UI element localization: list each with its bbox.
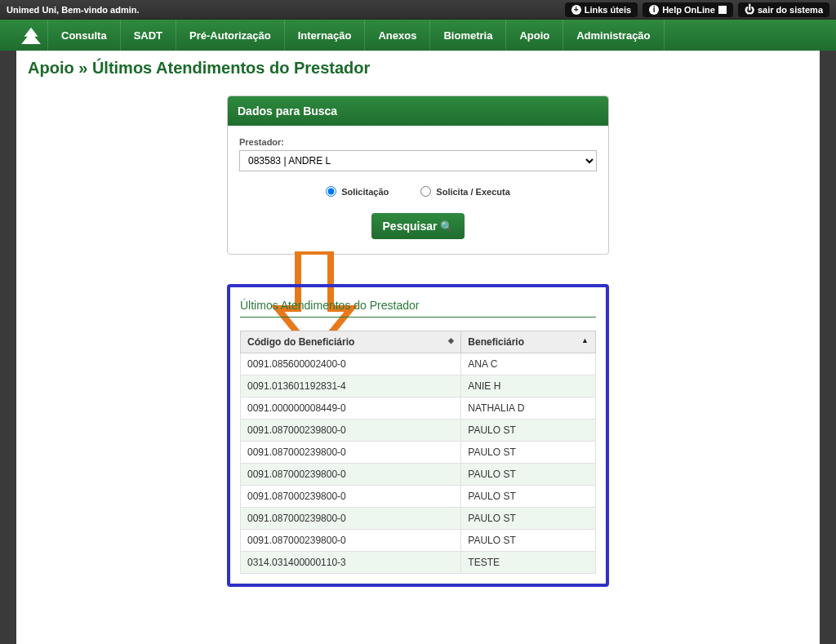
cell-beneficiario: PAULO ST (461, 530, 596, 552)
cell-beneficiario: PAULO ST (461, 442, 596, 464)
cell-codigo: 0091.087000239800-0 (241, 508, 461, 530)
cell-beneficiario: ANIE H (461, 375, 596, 398)
page-content: Apoio » Últimos Atendimentos do Prestado… (16, 51, 820, 644)
prestador-select[interactable]: 083583 | ANDRE L (239, 150, 597, 171)
cell-codigo: 0091.013601192831-4 (241, 375, 461, 398)
breadcrumb: Apoio » Últimos Atendimentos do Prestado… (16, 51, 820, 84)
col-header-codigo[interactable]: Código do Beneficiário ◆ (241, 331, 461, 353)
nav-item-biometria[interactable]: Biometria (429, 20, 505, 51)
info-icon: i (649, 5, 659, 15)
cell-beneficiario: TESTE (461, 552, 596, 574)
cell-beneficiario: PAULO ST (461, 486, 596, 508)
square-icon (718, 6, 727, 14)
cell-codigo: 0091.087000239800-0 (241, 486, 461, 508)
radio-group: Solicitação Solicita / Executa (239, 186, 597, 198)
nav-item-anexos[interactable]: Anexos (364, 20, 429, 51)
logo-icon (15, 20, 47, 51)
radio-solicitacao[interactable]: Solicitação (326, 186, 389, 197)
radio-solicita-executa-input[interactable] (420, 186, 431, 197)
cell-beneficiario: NATHALIA D (461, 398, 596, 420)
cell-codigo: 0091.000000008449-0 (241, 398, 461, 420)
col-header-beneficiario[interactable]: Beneficiário ▲ (461, 331, 596, 353)
cell-codigo: 0091.087000239800-0 (241, 420, 461, 442)
main-nav: Consulta SADT Pré-Autorização Internação… (0, 20, 836, 51)
nav-item-consulta[interactable]: Consulta (47, 20, 120, 51)
cell-beneficiario: PAULO ST (461, 420, 596, 442)
table-row[interactable]: 0091.000000008449-0NATHALIA D (241, 398, 596, 420)
sair-button[interactable]: ⏻ sair do sistema (738, 2, 829, 17)
nav-item-pre-autorizacao[interactable]: Pré-Autorização (176, 20, 284, 51)
power-icon: ⏻ (745, 4, 754, 16)
table-row[interactable]: 0091.013601192831-4ANIE H (241, 375, 596, 398)
nav-item-internacao[interactable]: Internação (284, 20, 365, 51)
table-row[interactable]: 0091.087000239800-0PAULO ST (241, 420, 596, 442)
table-row[interactable]: 0091.087000239800-0PAULO ST (241, 442, 596, 464)
links-uteis-label: Links úteis (585, 5, 631, 15)
nav-item-apoio[interactable]: Apoio (505, 20, 563, 51)
results-panel: Últimos Atendimentos do Prestador Código… (227, 284, 609, 587)
help-online-button[interactable]: i Help OnLine (643, 2, 733, 17)
nav-item-sadt[interactable]: SADT (120, 20, 176, 51)
welcome-text: Unimed Uni, Bem-vindo admin. (7, 5, 140, 15)
pesquisar-button[interactable]: Pesquisar🔍 (371, 213, 465, 239)
cell-codigo: 0091.087000239800-0 (241, 530, 461, 552)
radio-solicitacao-input[interactable] (326, 186, 336, 197)
table-row[interactable]: 0091.085600002400-0ANA C (241, 353, 596, 375)
search-panel-header: Dados para Busca (228, 96, 608, 126)
radio-solicita-executa[interactable]: Solicita / Executa (420, 186, 509, 197)
links-uteis-button[interactable]: + Links úteis (565, 2, 638, 17)
cell-codigo: 0314.031400000110-3 (241, 552, 461, 574)
table-row[interactable]: 0091.087000239800-0PAULO ST (241, 530, 596, 552)
help-online-label: Help OnLine (662, 5, 715, 15)
sair-label: sair do sistema (758, 5, 823, 15)
results-table: Código do Beneficiário ◆ Beneficiário ▲ … (240, 331, 596, 574)
search-icon: 🔍 (440, 220, 453, 233)
cell-beneficiario: ANA C (461, 353, 596, 375)
plus-icon: + (571, 5, 581, 15)
cell-codigo: 0091.085600002400-0 (241, 353, 461, 375)
nav-item-administracao[interactable]: Administração (563, 20, 664, 51)
table-row[interactable]: 0091.087000239800-0PAULO ST (241, 508, 596, 530)
results-title: Últimos Atendimentos do Prestador (240, 299, 596, 318)
search-panel: Dados para Busca Prestador: 083583 | AND… (227, 95, 609, 255)
sort-asc-icon: ▲ (581, 336, 589, 344)
cell-codigo: 0091.087000239800-0 (241, 464, 461, 486)
table-row[interactable]: 0091.087000239800-0PAULO ST (241, 486, 596, 508)
cell-beneficiario: PAULO ST (461, 508, 596, 530)
sort-icon: ◆ (448, 336, 454, 344)
table-row[interactable]: 0314.031400000110-3TESTE (241, 552, 596, 574)
prestador-label: Prestador: (239, 137, 597, 147)
cell-beneficiario: PAULO ST (461, 464, 596, 486)
top-bar: Unimed Uni, Bem-vindo admin. + Links úte… (0, 0, 836, 20)
table-row[interactable]: 0091.087000239800-0PAULO ST (241, 464, 596, 486)
cell-codigo: 0091.087000239800-0 (241, 442, 461, 464)
